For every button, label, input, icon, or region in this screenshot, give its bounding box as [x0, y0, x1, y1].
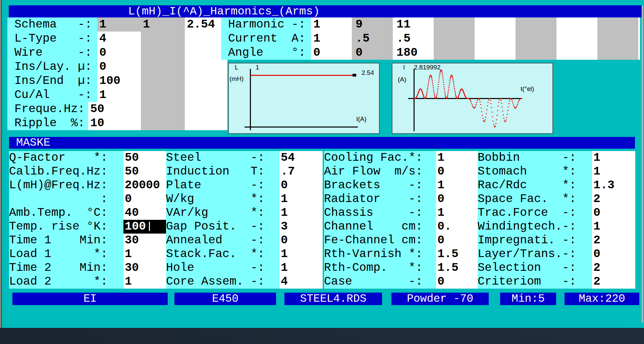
field-value[interactable] — [141, 88, 185, 102]
field-value-selected[interactable]: 100 — [123, 220, 168, 234]
status-button-steel4-rds[interactable]: STEEL4.RDS — [284, 293, 382, 305]
field-value[interactable]: 0 — [279, 234, 323, 247]
field-value[interactable] — [185, 116, 227, 130]
field-value[interactable] — [185, 88, 227, 102]
field-value[interactable] — [141, 102, 185, 116]
field-value[interactable]: 4 — [279, 275, 323, 289]
field-row: Brackets -:1 — [324, 179, 479, 192]
field-label: Case -: — [324, 275, 436, 289]
field-row: Trac.Force -:0 — [478, 206, 635, 220]
field-value[interactable]: 40 — [123, 206, 167, 220]
field-value[interactable]: 50 — [123, 151, 167, 165]
field-row: VAr/kg *:1 — [166, 206, 323, 220]
field-row: Temp. rise °K:100 — [9, 220, 168, 234]
status-button-e450[interactable]: E450 — [174, 293, 276, 305]
field-label: Calib.Freq.Hz: — [9, 165, 123, 179]
field-value[interactable]: 1 — [592, 165, 635, 179]
field-value[interactable]: 30 — [123, 261, 167, 275]
field-value[interactable] — [185, 60, 227, 74]
status-button-max-220[interactable]: Max:220 — [565, 293, 639, 305]
field-value[interactable]: 2 — [592, 192, 635, 206]
status-button-powder-70[interactable]: Powder -70 — [391, 293, 489, 305]
chart1-line-end-marker — [353, 74, 356, 77]
status-button-ei[interactable]: EI — [12, 293, 168, 305]
field-value[interactable]: 2 — [592, 275, 635, 289]
field-value[interactable]: 0 — [436, 165, 479, 179]
field-value[interactable]: 1 — [141, 17, 185, 32]
field-value[interactable]: 1 — [313, 17, 352, 32]
field-value[interactable]: 1 — [592, 220, 635, 234]
field-value[interactable]: 1.5 — [436, 247, 479, 261]
field-value[interactable]: 11 — [396, 17, 435, 32]
field-value[interactable] — [185, 74, 227, 88]
field-label: Stomach *: — [478, 165, 592, 179]
status-button-min-5[interactable]: Min:5 — [500, 293, 556, 305]
field-label: Rth-Varnish *: — [324, 247, 436, 261]
text-cursor — [149, 222, 150, 231]
field-label: Amb.Temp. °C: — [9, 206, 123, 220]
field-value[interactable]: 10 — [88, 116, 141, 130]
field-value[interactable]: 30 — [123, 234, 167, 247]
field-value[interactable] — [141, 60, 185, 74]
field-label: Ins/Lay. µ: — [7, 60, 97, 74]
field-row: Induction T:.7 — [166, 165, 323, 179]
field-label: Trac.Force -: — [478, 206, 592, 220]
field-value[interactable]: 50 — [88, 102, 141, 116]
window-left-border-inner — [1, 0, 2, 328]
field-value[interactable]: 180 — [396, 46, 435, 60]
field-value[interactable]: 1 — [436, 151, 479, 165]
field-value[interactable]: 1 — [123, 247, 167, 261]
field-value[interactable]: 1 — [123, 275, 167, 289]
field-value[interactable]: 0. — [436, 220, 479, 234]
field-value[interactable]: 2 — [592, 234, 635, 247]
field-value[interactable]: 54 — [279, 151, 323, 165]
field-value[interactable]: 0 — [436, 234, 479, 247]
field-value[interactable]: .5 — [356, 32, 394, 46]
field-value[interactable]: 1.3 — [592, 179, 635, 192]
field-value[interactable]: 0 — [592, 206, 635, 220]
field-value[interactable]: 20000 — [123, 179, 167, 192]
chart1-top-tick: 1 — [256, 64, 259, 70]
field-value[interactable]: 1 — [279, 192, 323, 206]
field-value[interactable]: 0 — [97, 46, 141, 60]
field-value[interactable]: 1 — [279, 261, 323, 275]
field-value[interactable]: 1.5 — [436, 261, 479, 275]
field-value[interactable]: 1 — [436, 179, 479, 192]
field-value[interactable]: 0 — [123, 192, 167, 206]
field-value[interactable]: .5 — [396, 32, 435, 46]
field-value[interactable] — [141, 116, 185, 130]
field-row: Core Assem. -:4 — [166, 275, 323, 289]
field-value[interactable]: 50 — [123, 165, 167, 179]
field-value[interactable]: 0 — [97, 60, 141, 74]
field-value[interactable]: 0 — [436, 192, 479, 206]
field-value[interactable]: 1 — [436, 206, 479, 220]
field-value[interactable]: 3 — [279, 220, 323, 234]
field-value[interactable] — [141, 46, 185, 60]
field-value[interactable]: 0 — [436, 275, 479, 289]
field-value[interactable]: 0 — [313, 46, 352, 60]
field-value[interactable]: 0 — [356, 46, 394, 60]
field-row: Load 2 *:1 — [9, 275, 168, 289]
field-value[interactable]: 0 — [592, 247, 635, 261]
field-label: Air Flow m/s: — [324, 165, 436, 179]
field-value[interactable]: 1 — [279, 206, 323, 220]
field-value[interactable]: 1 — [313, 32, 352, 46]
field-value[interactable]: 1 — [279, 247, 323, 261]
field-value[interactable] — [141, 74, 185, 88]
field-value[interactable] — [141, 32, 185, 46]
chart1-y-axis-label: L — [235, 64, 238, 70]
field-value[interactable]: 1 — [592, 151, 635, 165]
field-value[interactable]: 9 — [356, 17, 394, 32]
field-label: Criteriom -: — [478, 275, 592, 289]
field-label: Windingtech.-: — [478, 220, 592, 234]
field-value[interactable]: 4 — [97, 32, 141, 46]
field-value[interactable]: 1 — [97, 88, 141, 102]
field-value[interactable]: 0 — [279, 179, 323, 192]
maske-column-group: Cooling Fac.*:1Air Flow m/s:0Brackets -:… — [324, 151, 479, 289]
field-value[interactable]: 100 — [97, 74, 141, 88]
field-value[interactable] — [185, 102, 227, 116]
field-value[interactable]: 2 — [592, 261, 635, 275]
field-value[interactable]: .7 — [279, 165, 323, 179]
field-value[interactable]: 1 — [97, 17, 141, 32]
field-row: Channel cm:0. — [324, 220, 479, 234]
